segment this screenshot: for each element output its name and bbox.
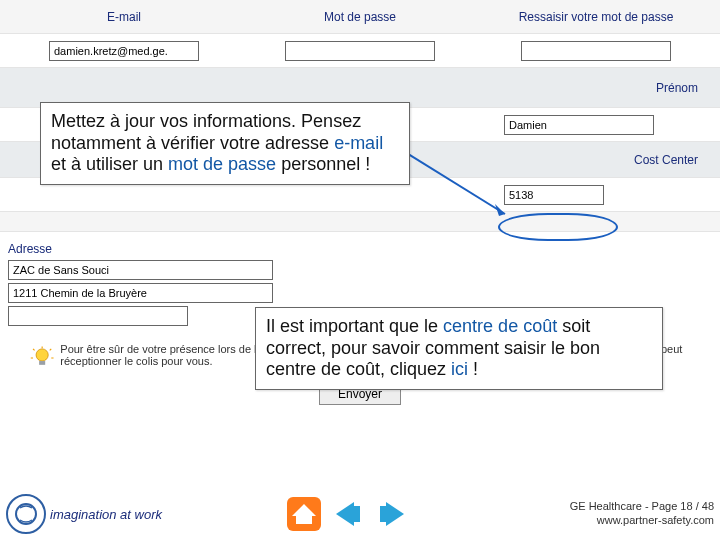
address-line1[interactable] <box>8 260 273 280</box>
svg-marker-8 <box>386 502 404 526</box>
svg-rect-1 <box>39 361 45 365</box>
home-button[interactable] <box>286 496 322 532</box>
address-line2[interactable] <box>8 283 273 303</box>
firstname-field[interactable] <box>504 115 654 135</box>
prev-button[interactable] <box>330 496 366 532</box>
email-inputs-row <box>0 34 720 68</box>
costcenter-field[interactable] <box>504 185 604 205</box>
costcenter-keyword[interactable]: centre de coût <box>443 316 557 336</box>
svg-marker-6 <box>336 502 354 526</box>
password-label: Mot de passe <box>242 10 478 24</box>
password2-field[interactable] <box>521 41 671 61</box>
here-link[interactable]: ici <box>451 359 468 379</box>
email-keyword[interactable]: e-mail <box>334 133 383 153</box>
email-labels-row: E-mail Mot de passe Ressaisir votre mot … <box>0 0 720 34</box>
footer-page: GE Healthcare - Page 18 / 48 <box>570 500 714 514</box>
ge-logo-icon <box>6 494 46 534</box>
next-button[interactable] <box>374 496 410 532</box>
costcenter-label: Cost Center <box>360 153 714 167</box>
footer-text: GE Healthcare - Page 18 / 48 www.partner… <box>570 500 714 528</box>
costcenter-highlight <box>498 213 618 241</box>
email-field[interactable] <box>49 41 199 61</box>
password-keyword[interactable]: mot de passe <box>168 154 276 174</box>
info-callout-2: Il est important que le centre de coût s… <box>255 307 663 390</box>
svg-point-0 <box>36 349 48 361</box>
slogan-text: imagination at work <box>50 507 162 522</box>
svg-rect-9 <box>380 506 386 522</box>
lightbulb-icon <box>30 343 54 373</box>
email-label: E-mail <box>6 10 242 24</box>
password2-label: Ressaisir votre mot de passe <box>478 10 714 24</box>
firstname-label: Prénom <box>360 81 714 95</box>
footer: imagination at work GE Healthcare - Page… <box>0 494 720 534</box>
info-callout-1: Mettez à jour vos informations. Pensez n… <box>40 102 410 185</box>
address-label: Adresse <box>8 242 712 256</box>
address-line3[interactable] <box>8 306 188 326</box>
footer-url: www.partner-safety.com <box>570 514 714 528</box>
svg-point-4 <box>7 495 45 533</box>
svg-rect-7 <box>354 506 360 522</box>
password-field[interactable] <box>285 41 435 61</box>
